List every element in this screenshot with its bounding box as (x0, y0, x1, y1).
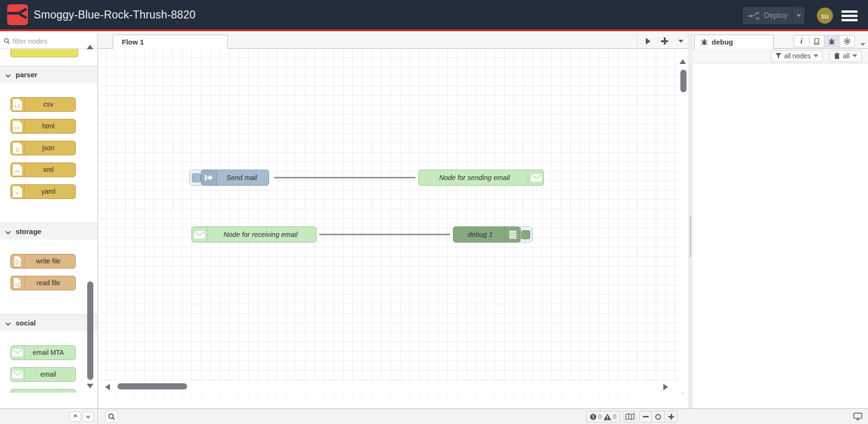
palette-node-json[interactable]: {}json (10, 141, 76, 155)
flow-node-inject[interactable]: Send mail (189, 170, 269, 186)
inject-icon (204, 173, 214, 182)
flow-list-caret-icon[interactable] (678, 40, 683, 43)
canvas-hscrollbar-thumb[interactable] (118, 383, 187, 389)
palette-node-label: write file (25, 254, 72, 268)
node-body[interactable]: Send mail (201, 170, 269, 186)
node-input-port[interactable] (451, 232, 456, 237)
node-output-port[interactable] (73, 124, 78, 129)
deploy-button[interactable]: Deploy (743, 7, 805, 24)
trash-icon (834, 53, 840, 59)
navigator-toggle-button[interactable] (624, 411, 636, 423)
palette-category-content: 1,2csv<>html{}json<>xmlYyaml (0, 83, 98, 214)
workspace: Flow 1 Send mail Node for sending email … (99, 33, 688, 424)
palette-node-icon-region (10, 345, 25, 360)
add-flow-icon[interactable] (661, 37, 668, 45)
deploy-icon (749, 12, 760, 20)
sidebar-tool-buttons: i (794, 35, 855, 47)
palette-node-email[interactable]: email (10, 389, 76, 393)
node-output-port[interactable] (266, 175, 271, 180)
node-output-port[interactable] (73, 351, 78, 355)
node-icon-region (528, 170, 544, 186)
palette-node-csv[interactable]: 1,2csv (10, 97, 76, 112)
canvas-scroll-right-icon[interactable] (663, 384, 668, 392)
open-in-new-window-button[interactable] (853, 413, 862, 420)
palette-node-email-MTA[interactable]: email MTA (10, 345, 76, 360)
canvas-vscrollbar-thumb[interactable] (680, 70, 687, 92)
node-icon-region (191, 226, 208, 243)
tab-debug[interactable]: debug (694, 35, 774, 49)
chevron-down-icon (5, 229, 10, 234)
tab-flow1[interactable]: Flow 1 (113, 35, 228, 49)
debug-filter-button[interactable]: all nodes (771, 50, 823, 62)
palette-scroll-down-icon[interactable] (87, 382, 93, 390)
search-flows-button[interactable] (105, 410, 118, 423)
palette-category-header-storage[interactable]: storage (0, 223, 98, 240)
info-tab-button[interactable]: i (794, 35, 809, 47)
palette-node-label: email MTA (25, 346, 72, 360)
node-input-port[interactable] (416, 175, 421, 180)
zoom-reset-button[interactable] (652, 411, 665, 423)
sidebar-footer (688, 408, 868, 424)
debug-messages-panel[interactable] (693, 63, 868, 393)
flow-node-email-in[interactable]: Node for receiving email (191, 226, 316, 243)
palette-scroll-up-icon[interactable] (87, 43, 93, 51)
palette-node-label: email (25, 368, 72, 381)
partially-scrolled-node[interactable] (10, 49, 78, 57)
palette-node-icon-region (10, 254, 25, 269)
palette-node-icon-region: <> (10, 119, 25, 134)
deploy-options-caret[interactable] (792, 7, 805, 24)
sidebar-splitter[interactable] (688, 33, 693, 408)
book-icon (813, 38, 820, 45)
debug-tab-button[interactable] (824, 35, 840, 47)
node-body[interactable]: Node for sending email (418, 170, 544, 186)
node-output-port[interactable] (73, 259, 78, 264)
palette-node-read-file[interactable]: read file (10, 276, 76, 290)
node-output-port[interactable] (73, 146, 78, 151)
node-output-port[interactable] (73, 102, 78, 107)
palette-node-email[interactable]: email (10, 367, 76, 382)
node-output-port[interactable] (73, 189, 78, 194)
sidebar-options-caret-icon[interactable] (860, 39, 865, 48)
notification-counts[interactable]: 0 0 (586, 411, 620, 423)
envelope-icon (531, 174, 542, 182)
palette-node-label: html (25, 119, 72, 133)
zoom-out-button[interactable] (639, 411, 652, 423)
map-icon (625, 413, 634, 420)
node-output-port[interactable] (73, 372, 78, 377)
debug-clear-label: all (843, 52, 850, 60)
canvas-scroll-up-icon[interactable] (679, 57, 686, 66)
collapse-all-categories-button[interactable] (70, 412, 81, 422)
help-tab-button[interactable] (809, 35, 824, 47)
next-tab-icon[interactable] (646, 38, 651, 45)
node-body[interactable]: Node for receiving email (191, 226, 316, 243)
flow-canvas[interactable]: Send mail Node for sending email Node fo… (99, 49, 688, 397)
error-icon (590, 414, 597, 420)
main-menu-icon[interactable] (841, 9, 858, 23)
canvas-scroll-left-icon[interactable] (105, 384, 110, 392)
file-icon: {} (13, 143, 22, 154)
palette-node-yaml[interactable]: Yyaml (10, 184, 76, 199)
config-nodes-tab-button[interactable] (839, 35, 855, 47)
debug-clear-button[interactable]: all (829, 50, 862, 62)
file-export-icon (12, 256, 22, 267)
user-avatar[interactable]: su (817, 8, 833, 24)
expand-all-categories-button[interactable] (82, 412, 94, 422)
flow-node-email-out[interactable]: Node for sending email (418, 170, 544, 186)
envelope-icon (12, 349, 23, 357)
node-body[interactable]: debug 1 (453, 226, 521, 243)
palette-category-header-social[interactable]: social (0, 315, 98, 331)
palette-scrollbar-thumb[interactable] (87, 281, 93, 380)
node-output-port[interactable] (73, 281, 78, 286)
zoom-in-button[interactable] (665, 411, 678, 423)
flow-node-debug[interactable]: debug 1 (453, 226, 533, 243)
palette-node-write-file[interactable]: write file (10, 254, 76, 269)
node-output-port[interactable] (73, 168, 78, 172)
palette-node-html[interactable]: <>html (10, 119, 76, 134)
palette-node-icon-region (62, 389, 76, 393)
search-icon (4, 38, 10, 44)
palette-node-icon-region (10, 367, 25, 382)
palette-category-header-parser[interactable]: parser (0, 66, 98, 83)
palette-node-xml[interactable]: <>xml (10, 162, 76, 177)
palette-filter-input[interactable] (13, 37, 84, 45)
node-output-port[interactable] (314, 232, 319, 237)
